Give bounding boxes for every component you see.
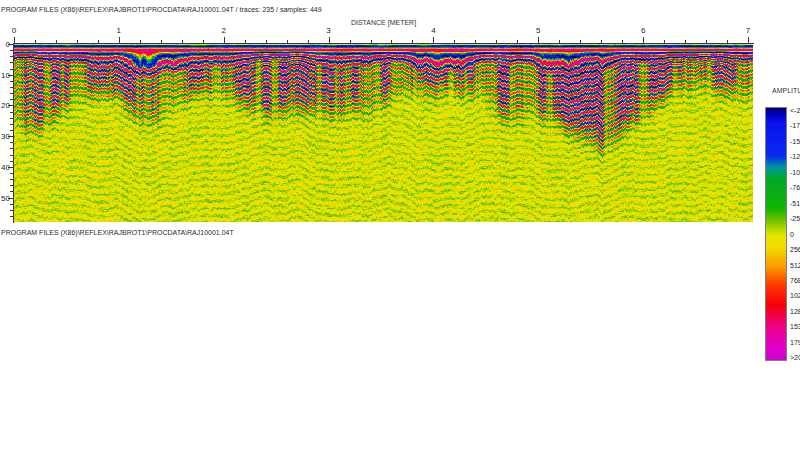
radargram-canvas[interactable] — [14, 44, 753, 222]
file-path-footer: PROGRAM FILES (X86)\REFLEX\RAJBROT1\PROC… — [1, 229, 234, 237]
left-axis-tick-label: 30 — [0, 132, 10, 141]
legend-tick-label: -512 — [790, 200, 800, 208]
top-axis-tick-label: 2 — [214, 26, 234, 35]
top-axis-tick-label: 6 — [633, 26, 653, 35]
left-axis-tick-label: 40 — [0, 163, 10, 172]
legend-tick-label: 1280 — [790, 308, 800, 316]
file-info-header: PROGRAM FILES (X86)\REFLEX\RAJBROT1\PROC… — [1, 6, 322, 14]
left-axis-tick-label: 50 — [0, 194, 10, 203]
legend-tick-label: 1792 — [790, 339, 800, 347]
top-axis-tick-label: 4 — [423, 26, 443, 35]
legend-tick-label: 256 — [790, 246, 800, 254]
legend-tick-label: >2048 — [790, 354, 800, 362]
legend-tick-label: 1024 — [790, 292, 800, 300]
legend-tick-label: -256 — [790, 215, 800, 223]
legend-tick-label: -1792 — [790, 122, 800, 130]
legend-tick-label: 0 — [790, 231, 800, 239]
legend-tick-label: 768 — [790, 277, 800, 285]
legend-tick-label: 512 — [790, 262, 800, 270]
left-axis-tick-label: 20 — [0, 101, 10, 110]
legend-colorbar — [765, 107, 787, 361]
reflexw-window: PROGRAM FILES (X86)\REFLEX\RAJBROT1\PROC… — [0, 0, 800, 450]
legend-tick-label: -768 — [790, 184, 800, 192]
top-axis-tick-label: 0 — [4, 26, 24, 35]
legend-tick-label: -1536 — [790, 138, 800, 146]
legend-tick-label: 1536 — [790, 323, 800, 331]
left-axis-tick-label: 10 — [0, 71, 10, 80]
top-axis-tick-label: 3 — [319, 26, 339, 35]
legend-tick-label: -1280 — [790, 153, 800, 161]
radargram-panel — [14, 44, 753, 222]
top-axis-tick-label: 7 — [738, 26, 758, 35]
top-axis-tick-label: 1 — [109, 26, 129, 35]
top-axis-tick-label: 5 — [528, 26, 548, 35]
legend-tick-label: -1024 — [790, 169, 800, 177]
left-axis-tick-label: 0 — [0, 40, 10, 49]
legend-title: AMPLITUDE — [772, 87, 800, 95]
legend-tick-label: <-2048 — [790, 107, 800, 115]
